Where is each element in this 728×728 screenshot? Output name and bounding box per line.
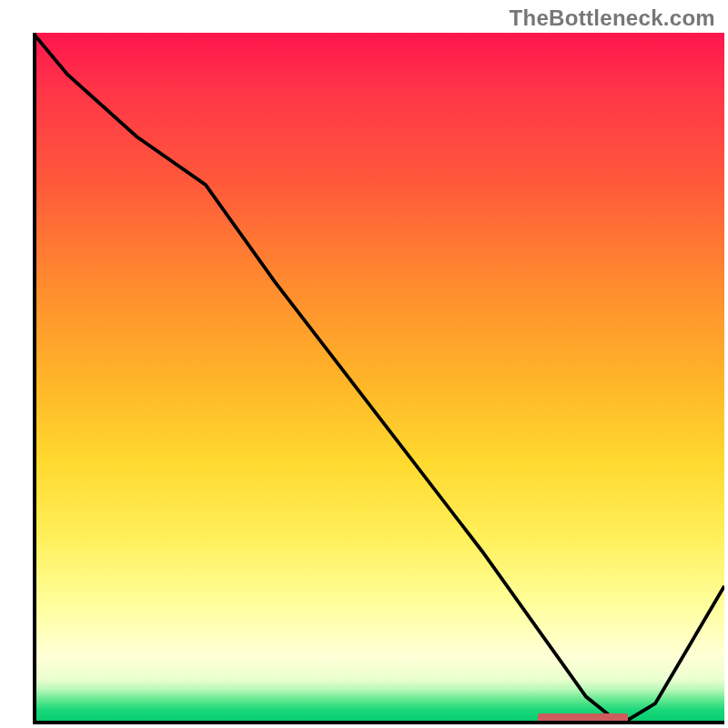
plot-area bbox=[33, 33, 724, 724]
chart-container: TheBottleneck.com bbox=[0, 0, 728, 728]
optimal-range-marker bbox=[538, 713, 628, 723]
heat-gradient-background bbox=[33, 33, 724, 724]
watermark-text: TheBottleneck.com bbox=[510, 5, 715, 31]
